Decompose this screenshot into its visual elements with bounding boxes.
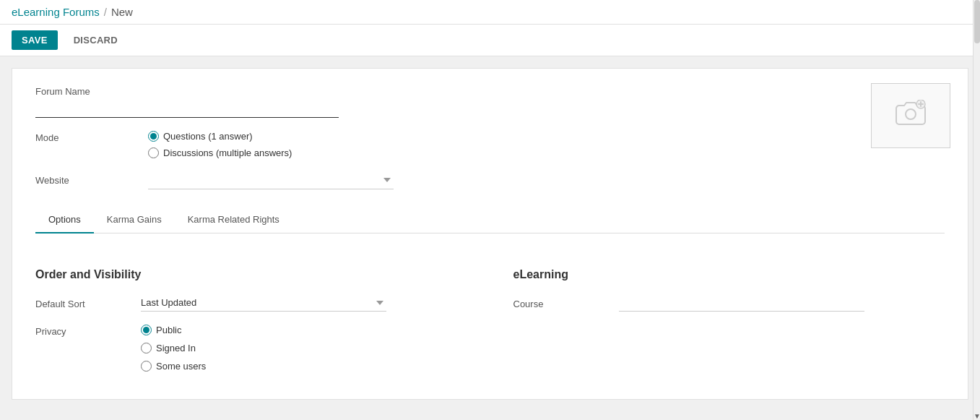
tab-options[interactable]: Options	[35, 207, 94, 233]
form-inner: Forum Name Mode Questions (1 answer) Dis…	[12, 69, 968, 251]
breadcrumb-bar: eLearning Forums / New	[0, 0, 980, 25]
two-col-layout: Order and Visibility Default Sort Last U…	[35, 268, 945, 382]
tab-karma-related-rights[interactable]: Karma Related Rights	[175, 207, 292, 233]
tab-karma-gains[interactable]: Karma Gains	[94, 207, 175, 233]
mode-field: Mode Questions (1 answer) Discussions (m…	[35, 131, 945, 158]
mode-options: Questions (1 answer) Discussions (multip…	[148, 131, 292, 158]
mode-option-discussions[interactable]: Discussions (multiple answers)	[148, 147, 292, 158]
breadcrumb-parent[interactable]: eLearning Forums	[12, 6, 100, 18]
forum-name-field: Forum Name	[35, 86, 945, 118]
tab-content-options: Order and Visibility Default Sort Last U…	[12, 251, 968, 399]
privacy-label-public: Public	[156, 325, 181, 335]
privacy-row: Privacy Public Signed In	[35, 322, 467, 372]
form-card: Forum Name Mode Questions (1 answer) Dis…	[12, 68, 968, 400]
privacy-option-signed-in[interactable]: Signed In	[141, 343, 467, 353]
tabs-bar: Options Karma Gains Karma Related Rights	[35, 207, 945, 233]
breadcrumb-current: New	[111, 6, 133, 18]
mode-label-discussions: Discussions (multiple answers)	[163, 147, 292, 158]
mode-radio-questions[interactable]	[148, 131, 159, 142]
image-upload-placeholder[interactable]	[871, 83, 950, 148]
website-select[interactable]	[148, 171, 394, 189]
mode-label-questions: Questions (1 answer)	[163, 131, 253, 142]
scrollbar[interactable]: ▲ ▼	[973, 0, 980, 411]
action-bar: SAVE DISCARD	[0, 25, 980, 56]
mode-radio-discussions[interactable]	[148, 147, 159, 158]
default-sort-label: Default Sort	[35, 294, 129, 309]
order-visibility-title: Order and Visibility	[35, 268, 467, 281]
col-right: eLearning Course	[513, 268, 945, 382]
privacy-label-some-users: Some users	[156, 361, 206, 372]
default-sort-content: Last Updated Newest Most Voted Most View…	[141, 294, 467, 312]
course-row: Course	[513, 294, 945, 312]
privacy-radio-signed-in[interactable]	[141, 343, 152, 353]
svg-point-0	[906, 109, 916, 119]
privacy-label: Privacy	[35, 322, 129, 337]
main-content: Forum Name Mode Questions (1 answer) Dis…	[0, 56, 980, 411]
mode-option-questions[interactable]: Questions (1 answer)	[148, 131, 292, 142]
privacy-radio-some-users[interactable]	[141, 361, 152, 372]
privacy-options: Public Signed In Some users	[141, 322, 467, 372]
default-sort-select[interactable]: Last Updated Newest Most Voted Most View…	[141, 294, 386, 312]
save-button[interactable]: SAVE	[12, 30, 58, 50]
default-sort-row: Default Sort Last Updated Newest Most Vo…	[35, 294, 467, 312]
privacy-option-public[interactable]: Public	[141, 325, 467, 335]
privacy-radio-public[interactable]	[141, 325, 152, 335]
scrollbar-thumb[interactable]	[974, 0, 980, 43]
breadcrumb-separator: /	[104, 6, 107, 18]
mode-label: Mode	[35, 131, 136, 158]
course-label: Course	[513, 294, 607, 309]
course-input[interactable]	[619, 294, 864, 312]
website-label: Website	[35, 175, 136, 186]
privacy-option-some-users[interactable]: Some users	[141, 361, 467, 372]
discard-button[interactable]: DISCARD	[64, 30, 128, 50]
forum-name-label: Forum Name	[35, 86, 945, 97]
forum-name-input[interactable]	[35, 100, 339, 118]
camera-icon	[895, 100, 927, 132]
website-field: Website	[35, 171, 945, 189]
col-left: Order and Visibility Default Sort Last U…	[35, 268, 467, 382]
elearning-title: eLearning	[513, 268, 945, 281]
privacy-label-signed-in: Signed In	[156, 343, 196, 353]
course-content	[619, 294, 945, 312]
